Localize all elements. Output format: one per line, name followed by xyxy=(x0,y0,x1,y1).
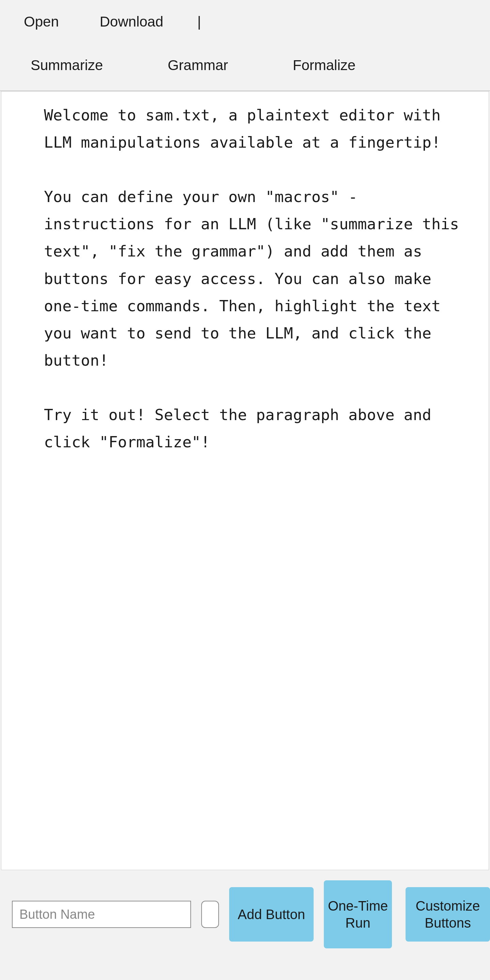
toolbar: Open Download | Summarize Grammar Formal… xyxy=(0,0,490,91)
toolbar-separator: | xyxy=(198,14,201,30)
add-button[interactable]: Add Button xyxy=(229,887,314,942)
download-button[interactable]: Download xyxy=(100,14,163,30)
summarize-button[interactable]: Summarize xyxy=(30,57,103,73)
small-input[interactable] xyxy=(201,901,219,928)
open-button[interactable]: Open xyxy=(24,14,59,30)
grammar-button[interactable]: Grammar xyxy=(168,57,228,73)
bottom-bar: Add Button One-Time Run Customize Button… xyxy=(0,870,490,959)
text-editor[interactable]: Welcome to sam.txt, a plaintext editor w… xyxy=(1,91,489,870)
toolbar-row-macros: Summarize Grammar Formalize xyxy=(0,43,490,91)
customize-buttons-button[interactable]: Customize Buttons xyxy=(405,887,490,942)
one-time-run-button[interactable]: One-Time Run xyxy=(324,880,392,948)
formalize-button[interactable]: Formalize xyxy=(293,57,356,73)
toolbar-row-file: Open Download | xyxy=(0,0,490,43)
button-name-input[interactable] xyxy=(12,901,191,928)
